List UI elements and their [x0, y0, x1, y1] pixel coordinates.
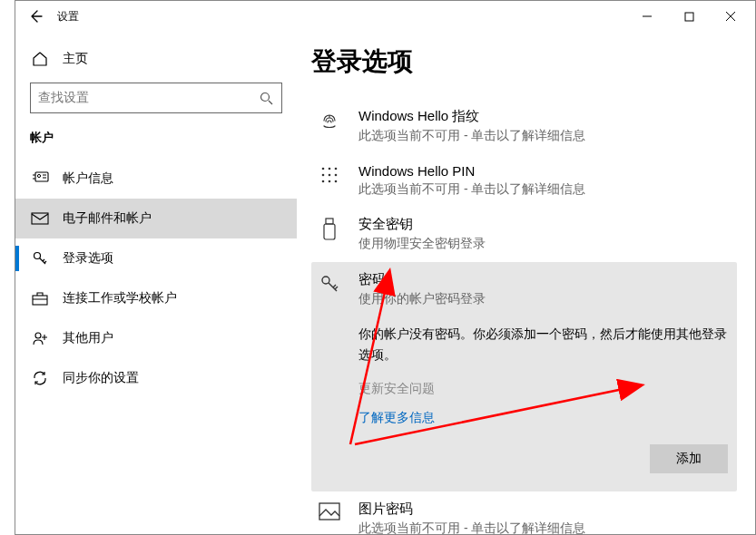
update-security-questions-link[interactable]: 更新安全问题: [358, 381, 731, 397]
svg-rect-0: [685, 13, 693, 21]
picture-icon: [317, 501, 342, 534]
option-subtitle: 此选项当前不可用 - 单击以了解详细信息: [358, 520, 731, 534]
option-title: 图片密码: [358, 501, 731, 518]
window-title: 设置: [52, 9, 79, 24]
learn-more-link[interactable]: 了解更多信息: [358, 410, 731, 426]
key-icon: [317, 271, 342, 473]
sidebar-item-label: 登录选项: [63, 250, 113, 267]
sidebar-item-label: 电子邮件和帐户: [63, 210, 152, 227]
option-subtitle: 此选项当前不可用 - 单击以了解详细信息: [358, 127, 731, 145]
svg-point-7: [35, 333, 41, 338]
option-body: 你的帐户没有密码。你必须添加一个密码，然后才能使用其他登录选项。: [358, 324, 731, 365]
option-subtitle: 使用物理安全密钥登录: [358, 235, 731, 253]
search-input[interactable]: 查找设置: [30, 83, 282, 113]
sidebar-item-email-accounts[interactable]: 电子邮件和帐户: [15, 199, 297, 238]
minimize-button[interactable]: [626, 1, 668, 32]
sidebar: 主页 查找设置 帐户 帐户信息: [15, 32, 297, 534]
titlebar: 设置: [15, 1, 755, 32]
maximize-icon: [684, 12, 694, 22]
option-title: Windows Hello PIN: [358, 163, 731, 179]
person-card-icon: [30, 171, 50, 186]
sidebar-item-other-users[interactable]: 其他用户: [15, 318, 297, 358]
svg-point-13: [335, 173, 338, 176]
close-icon: [725, 11, 736, 22]
maximize-button[interactable]: [668, 1, 710, 32]
sidebar-item-sync[interactable]: 同步你的设置: [15, 358, 297, 398]
svg-rect-17: [326, 219, 333, 224]
svg-rect-6: [33, 296, 47, 305]
fingerprint-icon: [317, 108, 342, 145]
back-button[interactable]: [19, 1, 52, 32]
option-title: 密码: [358, 271, 731, 288]
option-pin[interactable]: Windows Hello PIN 此选项当前不可用 - 单击以了解详细信息: [311, 154, 737, 208]
briefcase-icon: [30, 291, 50, 306]
sidebar-home[interactable]: 主页: [15, 41, 297, 77]
sidebar-item-signin-options[interactable]: 登录选项: [15, 238, 297, 278]
option-subtitle: 此选项当前不可用 - 单击以了解详细信息: [358, 180, 731, 199]
sidebar-item-work-school[interactable]: 连接工作或学校帐户: [15, 278, 297, 318]
svg-point-1: [260, 92, 269, 101]
main-panel: 登录选项 Windows Hello 指纹 此选项当前不可用 - 单击以了解详细…: [297, 32, 755, 534]
sidebar-item-label: 其他用户: [63, 330, 113, 346]
sidebar-item-account-info[interactable]: 帐户信息: [15, 159, 297, 199]
sidebar-home-label: 主页: [63, 51, 88, 67]
option-title: Windows Hello 指纹: [358, 108, 731, 125]
svg-point-5: [34, 253, 41, 259]
settings-window: 设置 主页 查找设置: [15, 0, 756, 535]
option-password[interactable]: 密码 使用你的帐户密码登录 你的帐户没有密码。你必须添加一个密码，然后才能使用其…: [311, 262, 737, 491]
search-icon: [258, 92, 274, 105]
sidebar-category: 帐户: [15, 130, 297, 146]
option-title: 安全密钥: [358, 216, 731, 233]
svg-point-8: [322, 167, 325, 170]
svg-point-14: [322, 180, 325, 182]
option-fingerprint[interactable]: Windows Hello 指纹 此选项当前不可用 - 单击以了解详细信息: [311, 99, 737, 154]
home-icon: [30, 51, 50, 67]
svg-point-10: [335, 167, 338, 170]
key-icon: [30, 250, 50, 267]
svg-point-15: [329, 180, 331, 182]
arrow-left-icon: [28, 9, 43, 24]
sync-icon: [30, 370, 50, 386]
option-security-key[interactable]: 安全密钥 使用物理安全密钥登录: [311, 207, 737, 262]
search-placeholder: 查找设置: [38, 90, 258, 106]
sidebar-item-label: 同步你的设置: [63, 370, 139, 386]
svg-point-12: [329, 173, 331, 176]
svg-point-9: [329, 167, 331, 170]
svg-rect-2: [35, 172, 48, 181]
option-picture-password[interactable]: 图片密码 此选项当前不可用 - 单击以了解详细信息: [311, 491, 737, 534]
svg-rect-20: [319, 503, 339, 520]
svg-rect-4: [32, 213, 48, 224]
svg-point-11: [322, 173, 325, 176]
sidebar-item-label: 帐户信息: [63, 170, 113, 187]
mail-icon: [30, 212, 50, 225]
usb-key-icon: [317, 216, 342, 253]
svg-point-19: [322, 277, 329, 284]
option-subtitle: 使用你的帐户密码登录: [358, 290, 731, 308]
close-button[interactable]: [710, 1, 751, 32]
svg-point-3: [37, 174, 40, 177]
add-button[interactable]: 添加: [650, 444, 728, 473]
svg-point-16: [335, 180, 338, 182]
sidebar-item-label: 连接工作或学校帐户: [63, 290, 177, 306]
svg-rect-18: [324, 224, 335, 239]
minimize-icon: [642, 11, 653, 22]
pin-grid-icon: [317, 163, 342, 199]
person-plus-icon: [30, 330, 50, 346]
page-title: 登录选项: [311, 44, 737, 79]
